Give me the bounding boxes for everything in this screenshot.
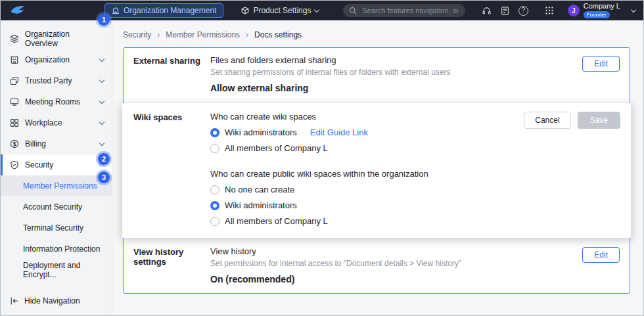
tour-step-3-badge: 3 — [98, 171, 110, 183]
account-text: Company L Founder — [584, 3, 620, 18]
sidebar-item-workplace[interactable]: Workplace — [1, 112, 112, 133]
section-body: Who can create wiki spaces Wiki administ… — [210, 112, 620, 226]
section-label: Wiki spaces — [133, 112, 210, 226]
save-button[interactable]: Save — [578, 112, 620, 129]
wiki-spaces-card: Wiki spaces Who can create wiki spaces W… — [122, 103, 631, 238]
radio-option-wiki-administrators[interactable]: Wiki administrators Edit Guide Link — [210, 127, 620, 137]
org-management-icon — [112, 7, 120, 14]
setting-title: Files and folders external sharing — [210, 55, 582, 65]
overview-icon — [10, 34, 19, 43]
nav-organization-management[interactable]: Organization Management — [104, 3, 223, 18]
radio-option-no-one[interactable]: No one can create — [210, 185, 620, 194]
setting-value: On (recommended) — [210, 274, 582, 284]
external-sharing-edit-button[interactable]: Edit — [582, 56, 620, 72]
section-body: View history Set permissions for interna… — [210, 246, 582, 284]
sidebar-item-organization-overview[interactable]: Organization Overview — [1, 28, 112, 49]
chevron-down-icon — [99, 56, 104, 62]
sidebar-subitem-label: Information Protection — [23, 244, 100, 254]
chevron-down-icon — [99, 141, 104, 146]
sidebar-subitem-label: Account Security — [23, 202, 82, 212]
chevron-down-icon — [314, 7, 319, 12]
tour-step-2-badge: 2 — [98, 153, 110, 165]
radio-option-label: No one can create — [225, 185, 294, 194]
radio-unselected-icon[interactable] — [210, 185, 219, 194]
radio-option-wiki-administrators-public[interactable]: Wiki administrators — [210, 200, 620, 210]
sidebar-item-deployment-encryption[interactable]: Deployment and Encrypt... — [1, 260, 112, 281]
sidebar-item-billing[interactable]: Billing — [1, 133, 112, 154]
sidebar-item-label: Organization Overview — [25, 30, 104, 48]
external-sharing-section: External sharing Files and folders exter… — [124, 48, 630, 102]
apps-grid-icon[interactable] — [545, 6, 554, 15]
section-label: External sharing — [133, 55, 210, 93]
sidebar-item-label: Workplace — [25, 118, 62, 127]
radio-option-all-members-public[interactable]: All members of Company L — [210, 216, 620, 226]
topbar: Organization Management Product Settings… — [1, 1, 643, 20]
radio-option-label: Wiki administrators — [225, 127, 297, 137]
main-content: Security Member Permissions Docs setting… — [112, 20, 643, 315]
product-settings-icon — [241, 7, 249, 14]
radio-unselected-icon[interactable] — [210, 144, 219, 153]
sidebar-item-label: Billing — [25, 139, 46, 148]
billing-icon — [10, 139, 19, 148]
company-name: Company L — [584, 3, 620, 10]
sidebar-item-label: Security — [25, 160, 53, 169]
feedback-icon[interactable] — [500, 6, 510, 16]
radio-option-label: All members of Company L — [225, 216, 328, 226]
admin-console: Organization Management Product Settings… — [0, 0, 644, 316]
account-menu[interactable]: J Company L Founder — [568, 3, 620, 18]
hide-navigation-icon — [10, 296, 19, 305]
lark-logo — [10, 5, 26, 16]
meeting-rooms-icon — [10, 97, 19, 106]
view-history-edit-button[interactable]: Edit — [582, 247, 620, 263]
sidebar-item-terminal-security[interactable]: Terminal Security — [1, 217, 112, 238]
organization-icon — [10, 55, 19, 64]
sidebar-item-account-security[interactable]: Account Security — [1, 196, 112, 217]
setting-value: Allow external sharing — [210, 83, 582, 93]
trusted-party-icon — [10, 76, 19, 85]
nav-product-settings[interactable]: Product Settings — [234, 3, 326, 18]
help-icon[interactable]: ? — [518, 6, 528, 16]
support-icon[interactable] — [482, 6, 492, 16]
radio-selected-icon[interactable] — [210, 201, 219, 210]
avatar: J — [568, 5, 580, 16]
sidebar-item-meeting-rooms[interactable]: Meeting Rooms — [1, 91, 112, 112]
sidebar-item-member-permissions[interactable]: Member Permissions — [1, 175, 112, 196]
sidebar-item-trusted-party[interactable]: Trusted Party — [1, 70, 112, 91]
search-input[interactable] — [361, 6, 459, 15]
docs-settings-panel: External sharing Files and folders exter… — [123, 47, 630, 294]
cancel-button[interactable]: Cancel — [524, 112, 570, 129]
sidebar-item-organization[interactable]: Organization — [1, 49, 112, 70]
section-label: View history settings — [133, 246, 210, 284]
radio-selected-icon[interactable] — [210, 128, 219, 137]
radio-unselected-icon[interactable] — [210, 217, 219, 226]
view-history-section: View history settings View history Set p… — [124, 239, 630, 293]
chevron-down-icon — [99, 120, 104, 125]
wiki-card-actions: Cancel Save — [524, 112, 620, 129]
top-navigation: Organization Management Product Settings — [104, 3, 326, 18]
breadcrumb-docs-settings: Docs settings — [254, 30, 302, 39]
hide-navigation[interactable]: Hide Navigation — [1, 290, 111, 311]
radio-option-label: All members of Company L — [225, 143, 328, 153]
breadcrumb-member-permissions[interactable]: Member Permissions — [166, 30, 240, 39]
chevron-down-icon[interactable] — [631, 7, 636, 12]
sidebar-item-security[interactable]: Security — [1, 154, 112, 175]
nav-product-settings-label: Product Settings — [253, 6, 311, 15]
sidebar-item-information-protection[interactable]: Information Protection — [1, 238, 112, 260]
edit-guide-link[interactable]: Edit Guide Link — [310, 127, 368, 137]
topbar-right-cluster: ? J Company L Founder — [482, 3, 635, 18]
radio-option-label: Wiki administrators — [225, 200, 297, 210]
global-search[interactable] — [343, 4, 465, 17]
sidebar-item-label: Trusted Party — [25, 76, 72, 85]
radio-option-all-members[interactable]: All members of Company L — [210, 143, 620, 153]
role-badge: Founder — [584, 11, 610, 18]
sidebar-item-label: Meeting Rooms — [25, 97, 80, 106]
search-icon — [349, 7, 357, 14]
setting-desc: Set permissions for internal access to "… — [210, 259, 582, 268]
setting-title: View history — [210, 246, 582, 256]
breadcrumb-security[interactable]: Security — [123, 30, 151, 39]
nav-organization-management-label: Organization Management — [124, 6, 216, 15]
breadcrumb-separator — [157, 30, 160, 39]
hide-navigation-label: Hide Navigation — [24, 296, 80, 305]
chevron-down-icon — [99, 99, 104, 104]
sidebar-subitem-label: Terminal Security — [23, 223, 83, 233]
